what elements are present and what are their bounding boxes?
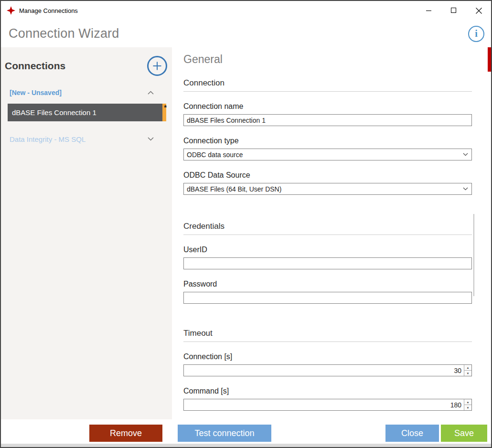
connection-timeout-input[interactable] bbox=[184, 365, 464, 376]
close-icon[interactable] bbox=[466, 1, 491, 20]
connection-timeout-stepper: ▲ ▼ bbox=[183, 364, 472, 376]
maximize-icon[interactable] bbox=[441, 1, 466, 20]
spinner-up-icon[interactable]: ▲ bbox=[464, 399, 471, 405]
spinner-up-icon[interactable]: ▲ bbox=[464, 365, 471, 371]
connection-type-select[interactable]: ODBC data source bbox=[183, 149, 472, 160]
group-header-data-integrity[interactable]: Data Integrity - MS SQL bbox=[1, 132, 172, 146]
userid-input[interactable] bbox=[183, 257, 472, 269]
page-title: Connection Wizard bbox=[9, 26, 119, 41]
spinner-down-icon[interactable]: ▼ bbox=[464, 405, 471, 410]
app-icon bbox=[7, 6, 15, 15]
group-label: Data Integrity - MS SQL bbox=[10, 135, 148, 143]
remove-button[interactable]: Remove bbox=[89, 425, 162, 442]
command-timeout-input[interactable] bbox=[184, 399, 464, 410]
minimize-icon[interactable] bbox=[417, 1, 441, 20]
connections-header: Connections bbox=[1, 47, 172, 76]
command-timeout-stepper: ▲ ▼ bbox=[183, 399, 472, 411]
sidebar-footer: Remove bbox=[1, 419, 172, 447]
titlebar[interactable]: Manage Connections bbox=[1, 1, 491, 20]
odbc-source-select[interactable]: dBASE Files (64 Bit, User DSN) bbox=[183, 183, 472, 195]
connections-title: Connections bbox=[5, 60, 147, 72]
connection-list-item-selected[interactable]: dBASE Files Connection 1 * bbox=[8, 104, 162, 121]
general-title: General bbox=[183, 53, 472, 66]
password-label: Password bbox=[183, 280, 472, 288]
connections-list-panel: Connections [New - Unsaved] d bbox=[1, 47, 172, 419]
connection-name-label: Connection name bbox=[183, 102, 472, 111]
select-chevron-icon bbox=[461, 187, 471, 191]
main-footer: Test connection Close Save bbox=[172, 419, 491, 447]
modified-marker: * bbox=[164, 103, 167, 111]
section-connection: Connection bbox=[183, 78, 472, 92]
add-connection-icon[interactable] bbox=[147, 56, 167, 76]
password-input[interactable] bbox=[183, 292, 472, 304]
scrollbar[interactable] bbox=[473, 214, 474, 296]
general-form: General Connection Connection name Conne… bbox=[172, 47, 491, 419]
chevron-down-icon bbox=[148, 137, 154, 141]
odbc-source-label: ODBC Data Source bbox=[183, 171, 472, 180]
group-label: [New - Unsaved] bbox=[10, 89, 148, 96]
general-panel: General Connection Connection name Conne… bbox=[172, 47, 491, 447]
group-header-new-unsaved[interactable]: [New - Unsaved] bbox=[1, 85, 172, 100]
red-accent-bar bbox=[488, 47, 491, 72]
info-icon[interactable]: i bbox=[468, 26, 484, 42]
connection-item-label: dBASE Files Connection 1 bbox=[8, 108, 162, 117]
connection-type-value: ODBC data source bbox=[184, 151, 461, 159]
command-timeout-label: Command [s] bbox=[183, 387, 472, 395]
connection-timeout-label: Connection [s] bbox=[183, 352, 472, 361]
spinner: ▲ ▼ bbox=[464, 399, 471, 410]
section-credentials: Credentials bbox=[183, 222, 472, 235]
spinner: ▲ ▼ bbox=[464, 365, 471, 376]
test-connection-button[interactable]: Test connection bbox=[178, 425, 271, 442]
wizard-header: Connection Wizard i bbox=[1, 20, 491, 47]
userid-label: UserID bbox=[183, 245, 472, 254]
select-chevron-icon bbox=[461, 153, 471, 156]
connection-name-input[interactable] bbox=[183, 114, 472, 126]
section-timeout: Timeout bbox=[183, 329, 472, 342]
window-bottom-edge bbox=[1, 444, 491, 447]
content-area: Connections [New - Unsaved] d bbox=[1, 47, 491, 447]
close-button[interactable]: Close bbox=[385, 425, 439, 442]
connections-sidebar: Connections [New - Unsaved] d bbox=[1, 47, 172, 447]
connection-type-label: Connection type bbox=[183, 137, 472, 145]
odbc-source-value: dBASE Files (64 Bit, User DSN) bbox=[184, 185, 461, 193]
window-title: Manage Connections bbox=[19, 7, 78, 14]
spinner-down-icon[interactable]: ▼ bbox=[464, 371, 471, 376]
save-button[interactable]: Save bbox=[441, 425, 487, 442]
manage-connections-window: Manage Connections Connection Wizard i C… bbox=[0, 0, 492, 448]
chevron-up-icon bbox=[148, 91, 154, 95]
